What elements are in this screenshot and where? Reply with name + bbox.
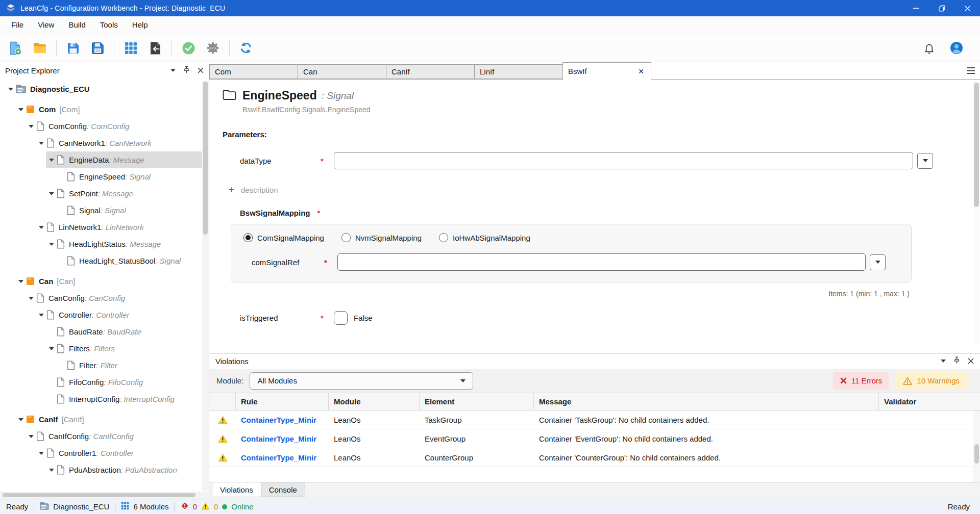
add-description-button[interactable]: + [229, 185, 241, 195]
new-file-icon[interactable] [7, 40, 23, 56]
close-panel-icon[interactable] [198, 66, 204, 75]
tree-node-enginespeed[interactable]: EngineSpeed : Signal [0, 168, 209, 185]
tab-bswif[interactable]: BswIf✕ [562, 62, 651, 80]
datatype-input[interactable] [334, 152, 913, 169]
pin-icon[interactable] [953, 356, 960, 366]
datatype-dropdown-button[interactable] [917, 153, 933, 169]
refresh-icon[interactable] [238, 40, 254, 56]
tree-node-canif[interactable]: CanIf[CanIf] [0, 411, 209, 428]
violation-row[interactable]: ContainerType_MinirLeanOsTaskGroupContai… [209, 410, 980, 429]
column-header-rule[interactable]: Rule [236, 393, 329, 410]
tab-close-icon[interactable]: ✕ [636, 67, 646, 75]
tree-node-can[interactable]: Can[Can] [0, 273, 209, 290]
radio-option-iohwabsignalmapping[interactable]: IoHwAbSignalMapping [439, 233, 530, 242]
violation-row[interactable]: ContainerType_MinirLeanOsEventGroupConta… [209, 429, 980, 448]
tree-node-fifoconfig[interactable]: FifoConfig : FifoConfig [0, 374, 209, 391]
tree-node-controller[interactable]: Controller : Controller [0, 306, 209, 323]
expander-icon[interactable] [46, 243, 57, 246]
radio-option-comsignalmapping[interactable]: ComSignalMapping [243, 233, 324, 242]
rule-link[interactable]: ContainerType_Minir [241, 434, 316, 443]
tree-node-canifconfig[interactable]: CanIfConfig : CanIfConfig [0, 428, 209, 445]
column-header-module[interactable]: Module [329, 393, 420, 410]
rule-link[interactable]: ContainerType_Minir [241, 416, 316, 424]
scrollbar-thumb[interactable] [974, 444, 979, 464]
tab-list-menu-icon[interactable] [967, 67, 975, 75]
column-header-message[interactable]: Message [534, 393, 879, 410]
menu-item-view[interactable]: View [31, 16, 61, 34]
comsignalref-dropdown-button[interactable] [870, 254, 886, 270]
expander-icon[interactable] [46, 159, 57, 162]
pin-icon[interactable] [183, 66, 190, 75]
tree-node-com[interactable]: Com[Com] [0, 101, 209, 118]
tree-node-diagnostic_ecu[interactable]: Diagnostic_ECU [0, 81, 209, 97]
istriggered-checkbox[interactable] [334, 311, 348, 325]
open-folder-icon[interactable] [32, 40, 48, 56]
tree-node-baudrate[interactable]: BaudRate : BaudRate [0, 323, 209, 340]
expander-icon[interactable] [26, 435, 36, 438]
module-filter-dropdown[interactable]: All Modules [250, 372, 473, 390]
user-avatar[interactable] [948, 40, 965, 56]
radio-option-nvmsignalmapping[interactable]: NvmSignalMapping [341, 233, 422, 242]
modules-grid-icon[interactable] [122, 40, 139, 56]
radio-icon[interactable] [439, 233, 448, 242]
scrollbar-thumb[interactable] [974, 83, 979, 207]
warnings-badge[interactable]: 10 Warnings [896, 372, 967, 390]
expander-icon[interactable] [36, 142, 46, 145]
expander-icon[interactable] [15, 280, 26, 283]
tab-canif[interactable]: CanIf [386, 64, 475, 79]
violations-vertical-scrollbar[interactable] [973, 410, 980, 482]
expander-icon[interactable] [26, 297, 36, 300]
status-errors-segment[interactable]: 0 0 Online [181, 502, 254, 511]
expander-icon[interactable] [36, 226, 46, 229]
expander-icon[interactable] [36, 314, 46, 317]
maximize-restore-button[interactable] [929, 0, 954, 16]
generate-code-icon[interactable]: </> [205, 40, 221, 56]
tree-node-headlight_statusbool[interactable]: HeadLight_StatusBool : Signal [0, 252, 209, 269]
expander-icon[interactable] [5, 88, 16, 91]
bottom-tab-console[interactable]: Console [261, 482, 305, 497]
menu-item-tools[interactable]: Tools [93, 16, 125, 34]
tab-linif[interactable]: LinIf [474, 64, 563, 79]
menu-item-build[interactable]: Build [61, 16, 92, 34]
tree-node-cannetwork1[interactable]: CanNetwork1 : CanNetwork [0, 135, 209, 151]
expander-icon[interactable] [36, 452, 46, 455]
chevron-down-icon[interactable] [941, 359, 946, 363]
tree-node-setpoint[interactable]: SetPoint : Message [0, 185, 209, 202]
errors-badge[interactable]: 11 Errors [833, 372, 890, 390]
tab-com[interactable]: Com [209, 64, 298, 79]
expander-icon[interactable] [46, 192, 57, 195]
tree-node-enginedata[interactable]: EngineData : Message [0, 151, 209, 168]
expander-icon[interactable] [46, 347, 57, 350]
radio-icon[interactable] [243, 233, 253, 242]
expander-icon[interactable] [26, 125, 36, 128]
tree-node-headlightstatus[interactable]: HeadLightStatus : Message [0, 236, 209, 252]
column-header-element[interactable]: Element [420, 393, 534, 410]
expander-icon[interactable] [15, 108, 26, 111]
close-window-button[interactable] [954, 0, 980, 16]
save-icon[interactable] [65, 40, 81, 56]
scrollbar-thumb[interactable] [3, 493, 195, 497]
validate-icon[interactable] [180, 40, 197, 56]
tree-node-signal[interactable]: Signal : Signal [0, 202, 209, 219]
tree-node-filters[interactable]: Filters : Filters [0, 340, 209, 357]
bottom-tab-violations[interactable]: Violations [212, 482, 261, 497]
explorer-vertical-scrollbar[interactable] [202, 81, 209, 491]
menu-item-file[interactable]: File [4, 16, 31, 34]
violation-row[interactable]: ContainerType_MinirLeanOsCounterGroupCon… [209, 448, 980, 467]
editor-vertical-scrollbar[interactable] [973, 81, 979, 343]
import-config-icon[interactable] [147, 40, 163, 56]
explorer-horizontal-scrollbar[interactable] [0, 492, 209, 499]
tree-node-filter[interactable]: Filter : Filter [0, 357, 209, 374]
scrollbar-thumb[interactable] [203, 82, 208, 235]
radio-icon[interactable] [341, 233, 351, 242]
tree-node-canconfig[interactable]: CanConfig : CanConfig [0, 290, 209, 306]
menu-item-help[interactable]: Help [125, 16, 155, 34]
column-header-validator[interactable]: Validator [879, 393, 980, 410]
tree-node-linnetwork1[interactable]: LinNetwork1 : LinNetwork [0, 219, 209, 236]
tree-node-comconfig[interactable]: ComConfig : ComConfig [0, 118, 209, 135]
chevron-down-icon[interactable] [170, 69, 176, 72]
tree-node-interruptconfig[interactable]: InterruptConfig : InterruptConfig [0, 391, 209, 407]
expander-icon[interactable] [46, 469, 57, 472]
comsignalref-input[interactable] [337, 253, 866, 271]
close-panel-icon[interactable] [968, 357, 974, 366]
